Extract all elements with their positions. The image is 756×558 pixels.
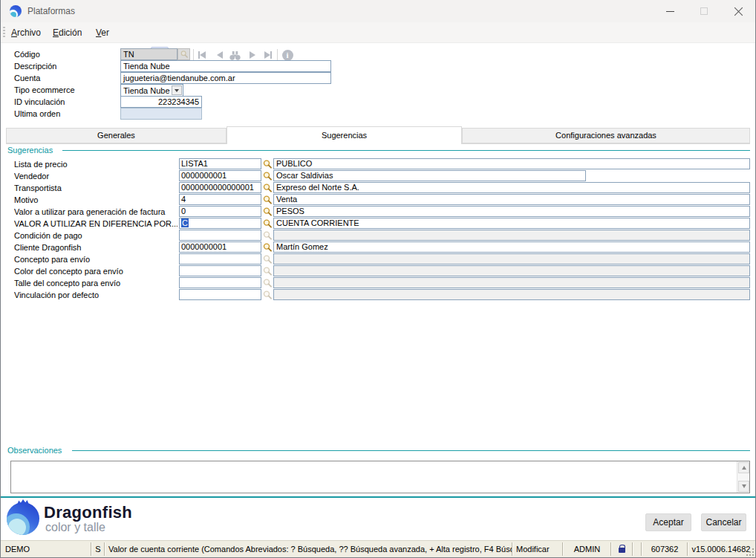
codigo-lookup-button[interactable] bbox=[177, 48, 190, 60]
dropdown-button[interactable] bbox=[172, 85, 182, 95]
resize-grip[interactable] bbox=[752, 554, 754, 556]
observaciones-group-label: Observaciones bbox=[7, 446, 62, 455]
scrollbar[interactable] bbox=[737, 461, 749, 493]
minimize-button[interactable] bbox=[653, 0, 687, 22]
menu-archivo[interactable]: Archivo bbox=[7, 22, 45, 43]
lookup-magnifier-icon[interactable] bbox=[262, 242, 273, 253]
window-title: Plataformas bbox=[27, 0, 75, 22]
lookup-magnifier-icon[interactable] bbox=[262, 230, 273, 241]
suggestion-row: Cliente Dragonfish0000000001Martín Gomez bbox=[0, 241, 756, 253]
description-field bbox=[273, 230, 750, 241]
lookup-magnifier-icon[interactable] bbox=[262, 278, 273, 288]
description-field: PUBLICO bbox=[273, 158, 750, 169]
code-input[interactable] bbox=[179, 277, 261, 288]
close-button[interactable] bbox=[721, 0, 755, 22]
codigo-label: Código bbox=[14, 49, 40, 60]
cuenta-field[interactable]: jugueteria@tiendanube.com.ar bbox=[120, 72, 331, 84]
description-field: Venta bbox=[273, 194, 750, 205]
maximize-button[interactable] bbox=[687, 0, 721, 22]
description-field bbox=[273, 265, 750, 276]
status-record-id: 607362 bbox=[642, 542, 688, 556]
footer: Dragonfish color y talle Aceptar Cancela… bbox=[1, 496, 755, 540]
code-input[interactable] bbox=[179, 253, 261, 265]
suggestion-row: VALOR A UTILIZAR EN DIFERENCIA POR...CCU… bbox=[0, 218, 756, 230]
lookup-magnifier-icon[interactable] bbox=[262, 207, 273, 217]
suggestion-row: Valor a utilizar para generación de fact… bbox=[0, 206, 756, 218]
id-vinculacion-field[interactable]: 223234345 bbox=[120, 96, 202, 108]
lookup-magnifier-icon[interactable] bbox=[262, 171, 273, 181]
menu-ver[interactable]: Ver bbox=[91, 22, 114, 43]
row-label: Motivo bbox=[14, 194, 177, 206]
chevron-down-icon bbox=[175, 89, 179, 92]
lookup-magnifier-icon[interactable] bbox=[262, 159, 273, 169]
code-input[interactable]: 4 bbox=[179, 194, 261, 205]
lookup-magnifier-icon[interactable] bbox=[262, 195, 273, 205]
lookup-magnifier-icon[interactable] bbox=[262, 290, 273, 300]
status-lock-panel bbox=[612, 542, 633, 556]
code-input[interactable] bbox=[179, 265, 261, 276]
description-field: Oscar Saldivias bbox=[273, 170, 586, 181]
suggestion-row: Color del concepto para envío bbox=[0, 265, 756, 277]
code-input[interactable]: 0000000000000001 bbox=[179, 182, 261, 193]
code-input[interactable]: 0 bbox=[179, 206, 261, 217]
tipo-ecommerce-value: Tienda Nube bbox=[123, 85, 170, 96]
brand-name: Dragonfish bbox=[44, 503, 132, 522]
lookup-magnifier-icon[interactable] bbox=[262, 183, 273, 193]
ultima-orden-label: Ultima orden bbox=[14, 108, 60, 120]
app-icon bbox=[10, 5, 22, 17]
status-bar: DEMO S Valor de cuenta corriente (Comand… bbox=[1, 540, 755, 557]
brand-tagline: color y talle bbox=[45, 521, 105, 534]
lookup-magnifier-icon[interactable] bbox=[262, 254, 273, 265]
code-input[interactable]: 0000000001 bbox=[179, 170, 261, 181]
scroll-up-button[interactable] bbox=[738, 462, 749, 473]
toolbar-grip bbox=[3, 27, 5, 39]
row-label: Concepto para envío bbox=[14, 253, 177, 265]
toolbar-separator bbox=[193, 49, 194, 61]
arrow-up-icon bbox=[742, 466, 746, 470]
code-input[interactable]: LISTA1 bbox=[179, 158, 261, 169]
dragonfish-logo-fin bbox=[17, 499, 29, 505]
suggestion-row: Lista de precioLISTA1PUBLICO bbox=[0, 158, 756, 170]
selected-text: C bbox=[181, 218, 189, 227]
lookup-magnifier-icon[interactable] bbox=[262, 218, 273, 229]
cancel-button[interactable]: Cancelar bbox=[701, 513, 746, 531]
descripcion-field[interactable]: Tienda Nube bbox=[120, 60, 331, 72]
tipo-ecommerce-dropdown[interactable]: Tienda Nube bbox=[120, 84, 183, 97]
row-label: Color del concepto para envío bbox=[14, 265, 177, 277]
accept-button[interactable]: Aceptar bbox=[645, 513, 691, 531]
tab-configuraciones-avanzadas[interactable]: Configuraciones avanzadas bbox=[462, 128, 750, 143]
code-input[interactable]: C bbox=[179, 218, 261, 229]
status-user: ADMIN bbox=[564, 542, 611, 556]
sugerencias-group-line bbox=[62, 150, 750, 151]
description-field: Expreso del Norte S.A. bbox=[273, 182, 750, 193]
arrow-down-icon bbox=[742, 484, 746, 488]
ultima-orden-field bbox=[120, 108, 202, 120]
menu-toolbar: Archivo Edición Ver i bbox=[1, 22, 755, 43]
dragonfish-logo-icon bbox=[7, 502, 39, 535]
suggestion-row: Vendedor0000000001Oscar Saldivias bbox=[0, 170, 756, 182]
observaciones-textarea[interactable] bbox=[10, 461, 750, 493]
suggestion-row: Condición de pago bbox=[0, 230, 756, 241]
status-empty-panel bbox=[633, 542, 642, 556]
description-field: CUENTA CORRIENTE bbox=[273, 218, 750, 229]
descripcion-label: Descripción bbox=[14, 61, 56, 72]
suggestion-row: Motivo4Venta bbox=[0, 194, 756, 206]
code-input[interactable] bbox=[179, 289, 261, 300]
code-input[interactable]: 0000000001 bbox=[179, 241, 261, 253]
toolbar-separator bbox=[277, 49, 278, 61]
tab-sugerencias[interactable]: Sugerencias bbox=[227, 126, 462, 144]
id-vinculacion-label: ID vinculación bbox=[14, 97, 65, 108]
close-icon bbox=[734, 7, 743, 16]
scroll-down-button[interactable] bbox=[738, 481, 749, 492]
status-company: DEMO bbox=[2, 542, 91, 556]
row-label: Vinculación por defecto bbox=[14, 289, 177, 301]
row-label: Condición de pago bbox=[14, 230, 177, 241]
description-field bbox=[273, 289, 750, 300]
suggestion-row: Talle del concepto para envío bbox=[0, 277, 756, 289]
menu-edicion[interactable]: Edición bbox=[48, 22, 86, 43]
minimize-icon bbox=[666, 11, 674, 12]
tab-generales[interactable]: Generales bbox=[6, 128, 227, 143]
lookup-magnifier-icon[interactable] bbox=[262, 266, 273, 276]
sugerencias-group-label: Sugerencias bbox=[7, 146, 53, 155]
code-input[interactable] bbox=[179, 230, 261, 241]
